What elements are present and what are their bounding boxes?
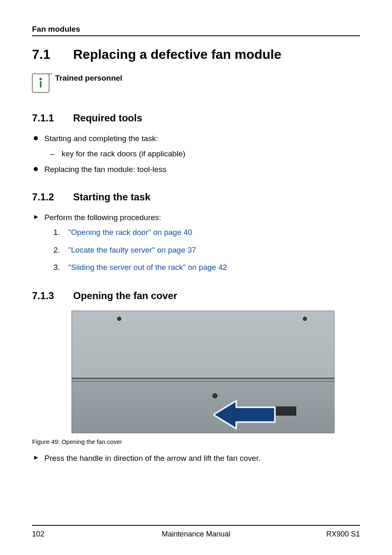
cross-ref-link[interactable]: "Locate the faulty server" on page 37 — [68, 246, 196, 254]
heading-712-number: 7.1.2 — [32, 191, 73, 203]
heading-713-title: Opening the fan cover — [73, 290, 177, 302]
heading-711-number: 7.1.1 — [32, 112, 73, 124]
heading-713: 7.1.3 Opening the fan cover — [32, 290, 360, 302]
figure-caption: Figure 49: Opening the fan cover — [32, 438, 360, 445]
page-footer: 102 Maintenance Manual RX900 S1 — [32, 526, 360, 539]
heading-1: 7.1 Replacing a defective fan module — [32, 47, 360, 62]
fan-cover-illustration — [71, 311, 334, 433]
cross-ref-link[interactable]: "Opening the rack door" on page 40 — [68, 228, 192, 237]
sub-list: key for the rack doors (if applicable) — [44, 148, 360, 160]
footer-model: RX900 S1 — [326, 530, 360, 539]
info-icon — [32, 74, 49, 93]
direction-arrow-icon — [213, 398, 283, 431]
header-divider — [32, 35, 360, 36]
step-item: Perform the following procedures: "Openi… — [32, 212, 360, 274]
svg-rect-1 — [40, 81, 42, 88]
personnel-note: Trained personnel — [32, 74, 360, 93]
procedure-links: "Opening the rack door" on page 40 "Loca… — [53, 227, 360, 274]
screw-icon — [303, 317, 307, 321]
footer-title: Maintenance Manual — [32, 530, 360, 539]
procedure-link-item: "Opening the rack door" on page 40 — [53, 227, 360, 239]
heading-712-title: Starting the task — [73, 191, 150, 203]
required-tools-list: Starting and completing the task: key fo… — [32, 133, 360, 180]
list-item: Replacing the fan module: tool-less — [32, 164, 360, 176]
list-item-text: Starting and completing the task: — [44, 134, 158, 143]
figure-49 — [71, 311, 334, 433]
cross-ref-link[interactable]: "Sliding the server out of the rack" on … — [68, 263, 227, 272]
heading-711-title: Required tools — [73, 112, 142, 124]
heading-712: 7.1.2 Starting the task — [32, 191, 360, 203]
step-item: Press the handle in direction of the arr… — [32, 453, 360, 464]
screw-icon — [212, 393, 217, 398]
personnel-note-text: Trained personnel — [55, 74, 122, 83]
procedure-link-item: "Locate the faulty server" on page 37 — [53, 244, 360, 256]
list-item: Starting and completing the task: key fo… — [32, 133, 360, 160]
page-number: 102 — [32, 530, 44, 539]
running-header: Fan modules — [32, 25, 360, 34]
procedure-link-item: "Sliding the server out of the rack" on … — [53, 262, 360, 274]
heading-713-number: 7.1.3 — [32, 290, 73, 302]
heading-1-number: 7.1 — [32, 47, 73, 62]
starting-task-steps: Perform the following procedures: "Openi… — [32, 212, 360, 279]
svg-marker-2 — [213, 401, 275, 429]
step-intro: Perform the following procedures: — [44, 213, 161, 222]
fan-cover-action: Press the handle in direction of the arr… — [32, 453, 360, 469]
heading-711: 7.1.1 Required tools — [32, 112, 360, 124]
sub-list-item: key for the rack doors (if applicable) — [44, 148, 360, 160]
heading-1-title: Replacing a defective fan module — [73, 47, 281, 62]
svg-point-0 — [39, 78, 42, 80]
info-glyph-icon — [38, 77, 44, 89]
screw-icon — [117, 317, 121, 321]
